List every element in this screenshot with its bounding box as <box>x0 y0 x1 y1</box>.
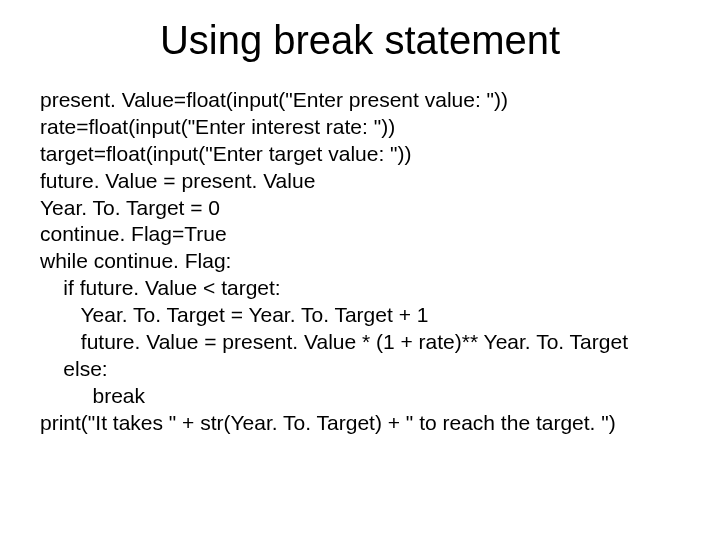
code-line: present. Value=float(input("Enter presen… <box>40 87 680 114</box>
code-line: Year. To. Target = Year. To. Target + 1 <box>40 302 680 329</box>
code-line: else: <box>40 356 680 383</box>
code-block: present. Value=float(input("Enter presen… <box>40 87 680 436</box>
code-line: if future. Value < target: <box>40 275 680 302</box>
code-line: future. Value = present. Value * (1 + ra… <box>40 329 680 356</box>
code-line: print("It takes " + str(Year. To. Target… <box>40 410 680 437</box>
code-line: continue. Flag=True <box>40 221 680 248</box>
slide-title: Using break statement <box>90 18 630 63</box>
code-line: target=float(input("Enter target value: … <box>40 141 680 168</box>
code-line: Year. To. Target = 0 <box>40 195 680 222</box>
code-line: future. Value = present. Value <box>40 168 680 195</box>
code-line: rate=float(input("Enter interest rate: "… <box>40 114 680 141</box>
code-line: while continue. Flag: <box>40 248 680 275</box>
slide-container: Using break statement present. Value=flo… <box>0 0 720 540</box>
code-line: break <box>40 383 680 410</box>
